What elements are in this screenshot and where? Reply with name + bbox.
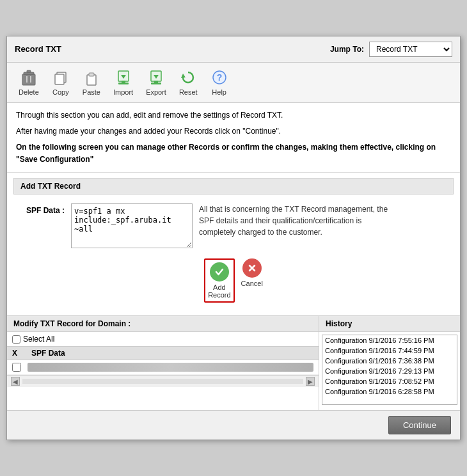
- svg-rect-6: [55, 74, 64, 84]
- add-record-label: AddRecord: [208, 283, 230, 299]
- svg-rect-16: [151, 83, 161, 84]
- info-section: Through this section you can add, edit a…: [7, 103, 460, 173]
- row-checkbox[interactable]: [12, 363, 21, 372]
- footer-bar: Continue: [7, 410, 460, 440]
- add-record-button[interactable]: AddRecord: [204, 258, 234, 303]
- svg-marker-17: [181, 74, 186, 78]
- import-label: Import: [113, 88, 133, 96]
- info-line2: After having made your changes and added…: [16, 125, 451, 138]
- bottom-section: Modify TXT Record for Domain : Select Al…: [7, 315, 460, 410]
- svg-rect-12: [118, 83, 129, 84]
- table-scroll-hint: ◀ ▶: [7, 375, 319, 387]
- svg-point-20: [214, 266, 225, 278]
- help-label: Help: [212, 88, 226, 96]
- delete-button[interactable]: Delete: [13, 67, 44, 99]
- continue-button[interactable]: Continue: [388, 416, 451, 434]
- action-row: AddRecord Cancel: [13, 251, 454, 308]
- modify-section: Modify TXT Record for Domain : Select Al…: [7, 316, 319, 410]
- table-row: [7, 360, 319, 375]
- window-title: Record TXT: [15, 44, 61, 54]
- info-line3-bold: On the following screen you can manage o…: [16, 143, 436, 164]
- svg-rect-8: [89, 73, 94, 76]
- paste-icon: [83, 69, 100, 87]
- paste-label: Paste: [83, 88, 100, 96]
- history-item[interactable]: Configuration 9/1/2016 7:55:16 PM: [322, 335, 457, 345]
- svg-rect-0: [22, 74, 35, 85]
- row-spf-data: [28, 363, 313, 372]
- add-record-icon: [210, 262, 229, 282]
- history-section: History Configuration 9/1/2016 7:55:16 P…: [319, 316, 460, 410]
- main-window: Record TXT Jump To: Record TXT Delete Co…: [6, 36, 461, 441]
- spf-textarea[interactable]: v=spf1 a mx include:_spf.aruba.it ~all: [71, 203, 193, 248]
- scroll-left-arrow[interactable]: ◀: [11, 377, 20, 386]
- svg-text:?: ?: [216, 72, 222, 83]
- toolbar: Delete Copy Paste Import Export: [7, 63, 460, 103]
- jump-to-label: Jump To:: [330, 45, 364, 54]
- select-all-label: Select All: [23, 335, 54, 344]
- history-item[interactable]: Configuration 9/1/2016 7:36:38 PM: [322, 356, 457, 366]
- col-spf-header: SPF Data: [31, 349, 313, 358]
- add-record-section: Add TXT Record SPF Data : v=spf1 a mx in…: [7, 173, 460, 313]
- copy-icon: [52, 69, 70, 87]
- spf-info-text: All that is concerning the TXT Record ma…: [199, 203, 391, 238]
- col-x-header: X: [12, 349, 25, 358]
- title-bar: Record TXT Jump To: Record TXT: [7, 36, 460, 63]
- spf-label: SPF Data :: [20, 203, 65, 215]
- history-item[interactable]: Configuration 9/1/2016 7:08:52 PM: [322, 376, 457, 386]
- paste-button[interactable]: Paste: [77, 67, 106, 99]
- history-item[interactable]: Configuration 9/1/2016 6:28:58 PM: [322, 386, 457, 397]
- jump-to-select[interactable]: Record TXT: [369, 42, 452, 57]
- info-line1: Through this section you can add, edit a…: [16, 109, 451, 122]
- modify-section-header: Modify TXT Record for Domain :: [7, 316, 319, 332]
- import-button[interactable]: Import: [108, 67, 138, 99]
- reset-label: Reset: [179, 88, 198, 96]
- cancel-icon: [242, 258, 262, 278]
- add-section-header: Add TXT Record: [13, 178, 454, 194]
- svg-rect-2: [30, 76, 31, 83]
- export-icon: [147, 69, 165, 87]
- copy-button[interactable]: Copy: [47, 67, 75, 99]
- spf-data-row: SPF Data : v=spf1 a mx include:_spf.arub…: [13, 201, 454, 251]
- history-listbox[interactable]: Configuration 9/1/2016 7:55:16 PM Config…: [322, 335, 457, 405]
- select-all-row: Select All: [7, 332, 319, 346]
- history-item[interactable]: Configuration 9/1/2016 7:44:59 PM: [322, 345, 457, 356]
- jump-to-area: Jump To: Record TXT: [330, 42, 452, 57]
- cancel-label: Cancel: [241, 280, 263, 287]
- svg-rect-11: [122, 81, 125, 83]
- svg-rect-15: [154, 81, 158, 83]
- delete-icon: [20, 69, 38, 87]
- import-icon: [115, 69, 132, 87]
- scroll-right-arrow[interactable]: ▶: [306, 377, 315, 386]
- cancel-button[interactable]: Cancel: [241, 258, 263, 303]
- reset-icon: [179, 69, 197, 87]
- table-header: X SPF Data: [7, 346, 319, 360]
- info-line3: On the following screen you can manage o…: [16, 141, 451, 166]
- reset-button[interactable]: Reset: [174, 67, 203, 99]
- history-item[interactable]: Configuration 9/1/2016 7:29:13 PM: [322, 366, 457, 376]
- export-label: Export: [146, 88, 166, 96]
- export-button[interactable]: Export: [141, 67, 171, 99]
- copy-label: Copy: [52, 88, 69, 96]
- svg-rect-1: [26, 76, 28, 83]
- history-header: History: [319, 316, 460, 332]
- history-list: Configuration 9/1/2016 7:55:16 PM Config…: [319, 332, 460, 408]
- help-button[interactable]: ? Help: [205, 67, 234, 99]
- svg-rect-4: [27, 70, 31, 72]
- delete-label: Delete: [19, 88, 39, 96]
- help-icon: ?: [210, 69, 228, 87]
- select-all-checkbox[interactable]: [12, 335, 20, 344]
